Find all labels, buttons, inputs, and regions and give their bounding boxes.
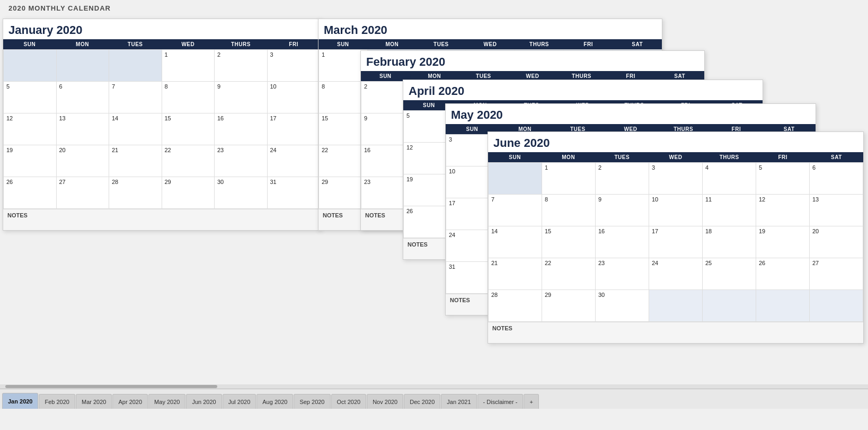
jun-cell: 22 (542, 258, 596, 290)
jan-grid: 1 2 3 5 6 7 8 9 10 12 13 14 15 16 17 19 … (3, 49, 320, 209)
jun-cell: 6 (810, 163, 863, 195)
tab-oct-2020[interactable]: Oct 2020 (331, 394, 367, 409)
jun-cell: 19 (756, 226, 810, 258)
jun-cell: 20 (810, 226, 863, 258)
jan-cell: 5 (4, 82, 57, 113)
jun-cell: 15 (542, 226, 596, 258)
jan-cell: 8 (162, 82, 215, 113)
jan-cell: 28 (109, 177, 162, 209)
jan-cell: 17 (268, 113, 321, 145)
jun-cell: 11 (703, 195, 756, 226)
jun-cell: 14 (489, 226, 542, 258)
january-calendar: January 2020 SUN MON TUES WED THURS FRI … (3, 19, 321, 231)
jun-cell: 26 (756, 258, 810, 290)
horizontal-scrollbar[interactable] (0, 384, 868, 389)
mar-header: SUN MON TUES WED THURS FRI SAT (318, 39, 662, 49)
jan-hdr-thurs: THURS (215, 39, 268, 49)
jun-cell: 21 (489, 258, 542, 290)
jun-cell (703, 290, 756, 322)
tab-sep-2020[interactable]: Sep 2020 (294, 394, 330, 409)
jun-cell: 8 (542, 195, 596, 226)
jan-hdr-wed: WED (162, 39, 215, 49)
jan-hdr-sun: SUN (3, 39, 56, 49)
tab-aug-2020[interactable]: Aug 2020 (256, 394, 293, 409)
jun-cell (810, 290, 863, 322)
jun-grid: 1 2 3 4 5 6 7 8 9 10 11 12 13 14 15 16 1… (488, 162, 863, 322)
jan-cell: 16 (215, 113, 268, 145)
jun-cell: 29 (542, 290, 596, 322)
tab-nov-2020[interactable]: Nov 2020 (367, 394, 403, 409)
jan-notes: NOTES (3, 209, 320, 230)
jan-cell: 30 (215, 177, 268, 209)
jan-cell: 1 (162, 50, 215, 82)
jun-cell: 10 (649, 195, 703, 226)
tab-feb-2020[interactable]: Feb 2020 (39, 394, 75, 409)
jun-cell: 3 (649, 163, 703, 195)
jan-cell: 9 (215, 82, 268, 113)
jan-cell: 24 (268, 145, 321, 177)
jun-cell: 17 (649, 226, 703, 258)
jun-cell: 1 (542, 163, 596, 195)
tab-jun-2020[interactable]: Jun 2020 (186, 394, 222, 409)
tab-jul-2020[interactable]: Jul 2020 (223, 394, 256, 409)
jun-cell (756, 290, 810, 322)
jan-cell: 2 (215, 50, 268, 82)
feb-title: February 2020 (361, 51, 704, 71)
jan-hdr-mon: MON (56, 39, 109, 49)
scrollbar-thumb[interactable] (5, 385, 217, 388)
jan-hdr-tues: TUES (109, 39, 162, 49)
jan-cell (4, 50, 57, 82)
jun-cell: 18 (703, 226, 756, 258)
jan-cell: 15 (162, 113, 215, 145)
jun-cell: 27 (810, 258, 863, 290)
jan-cell: 12 (4, 113, 57, 145)
jun-cell: 23 (596, 258, 649, 290)
june-calendar: June 2020 SUN MON TUES WED THURS FRI SAT… (488, 131, 864, 344)
jan-cell: 26 (4, 177, 57, 209)
tab-may-2020[interactable]: May 2020 (148, 394, 185, 409)
jun-cell: 16 (596, 226, 649, 258)
jan-cell: 14 (109, 113, 162, 145)
tab-jan-2020[interactable]: Jan 2020 (2, 393, 38, 409)
jun-cell (649, 290, 703, 322)
jun-cell: 24 (649, 258, 703, 290)
jun-cell: 25 (703, 258, 756, 290)
jan-header: SUN MON TUES WED THURS FRI (3, 39, 320, 49)
tab-apr-2020[interactable]: Apr 2020 (112, 394, 148, 409)
jun-cell: 13 (810, 195, 863, 226)
jun-header: SUN MON TUES WED THURS FRI SAT (488, 152, 863, 162)
jan-cell: 6 (57, 82, 110, 113)
jan-cell: 7 (109, 82, 162, 113)
jan-cell: 20 (57, 145, 110, 177)
jan-cell: 23 (215, 145, 268, 177)
jun-cell: 4 (703, 163, 756, 195)
jan-cell: 19 (4, 145, 57, 177)
page-title: 2020 MONTHLY CALENDAR (8, 4, 111, 12)
jun-cell: 30 (596, 290, 649, 322)
tab-disclaimer[interactable]: - Disclaimer - (477, 394, 524, 409)
tab-dec-2020[interactable]: Dec 2020 (404, 394, 440, 409)
jun-cell (489, 163, 542, 195)
jan-cell: 21 (109, 145, 162, 177)
jun-cell: 28 (489, 290, 542, 322)
main-area: 2020 MONTHLY CALENDAR January 2020 SUN M… (0, 0, 868, 409)
jun-cell: 7 (489, 195, 542, 226)
tab-add[interactable]: + (524, 394, 538, 409)
tab-jan-2021[interactable]: Jan 2021 (441, 394, 476, 409)
mar-title: March 2020 (318, 19, 662, 39)
jun-cell: 9 (596, 195, 649, 226)
jan-cell: 22 (162, 145, 215, 177)
jan-hdr-fri: FRI (267, 39, 320, 49)
jun-cell: 5 (756, 163, 810, 195)
jan-cell: 3 (268, 50, 321, 82)
tab-mar-2020[interactable]: Mar 2020 (76, 394, 112, 409)
jan-cell: 27 (57, 177, 110, 209)
jan-title: January 2020 (3, 19, 320, 39)
jan-cell: 29 (162, 177, 215, 209)
may-title: May 2020 (446, 104, 816, 124)
jun-cell: 12 (756, 195, 810, 226)
jan-cell: 31 (268, 177, 321, 209)
jan-cell (57, 50, 110, 82)
jan-cell: 13 (57, 113, 110, 145)
apr-title: April 2020 (403, 80, 763, 100)
